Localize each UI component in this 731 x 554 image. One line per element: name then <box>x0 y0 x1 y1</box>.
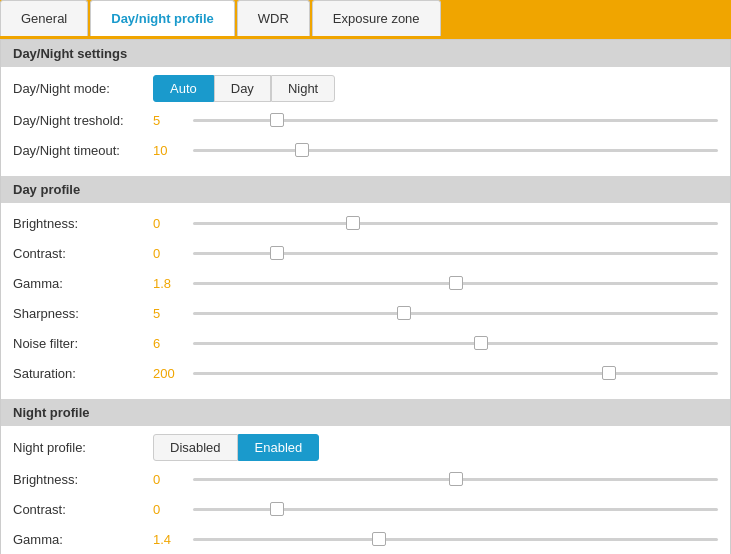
night-brightness-value: 0 <box>153 472 193 487</box>
daynight-settings-grid: Day/Night mode: Auto Day Night Day/Night… <box>1 67 730 176</box>
night-profile-buttons: Disabled Enabled <box>153 434 319 461</box>
night-contrast-label: Contrast: <box>13 502 153 517</box>
night-brightness-slider[interactable] <box>193 478 718 481</box>
night-disabled-button[interactable]: Disabled <box>153 434 238 461</box>
day-contrast-row: Contrast: 0 <box>13 241 718 265</box>
night-contrast-slider-container <box>193 499 718 519</box>
day-brightness-slider[interactable] <box>193 222 718 225</box>
day-saturation-slider-container <box>193 363 718 383</box>
night-profile-header: Night profile <box>1 399 730 426</box>
day-sharpness-label: Sharpness: <box>13 306 153 321</box>
mode-label: Day/Night mode: <box>13 81 153 96</box>
day-contrast-label: Contrast: <box>13 246 153 261</box>
threshold-row: Day/Night treshold: 5 <box>13 108 718 132</box>
night-gamma-label: Gamma: <box>13 532 153 547</box>
day-noise-row: Noise filter: 6 <box>13 331 718 355</box>
night-brightness-label: Brightness: <box>13 472 153 487</box>
day-brightness-label: Brightness: <box>13 216 153 231</box>
mode-buttons: Auto Day Night <box>153 75 335 102</box>
night-gamma-slider[interactable] <box>193 538 718 541</box>
threshold-label: Day/Night treshold: <box>13 113 153 128</box>
night-brightness-slider-container <box>193 469 718 489</box>
day-saturation-row: Saturation: 200 <box>13 361 718 385</box>
day-sharpness-slider[interactable] <box>193 312 718 315</box>
daynight-settings-header: Day/Night settings <box>1 40 730 67</box>
night-gamma-value: 1.4 <box>153 532 193 547</box>
day-brightness-slider-container <box>193 213 718 233</box>
threshold-slider-container <box>193 110 718 130</box>
night-contrast-slider[interactable] <box>193 508 718 511</box>
night-contrast-row: Contrast: 0 <box>13 497 718 521</box>
day-profile-grid: Brightness: 0 Contrast: 0 Gamma: 1.8 Sha… <box>1 203 730 399</box>
timeout-value: 10 <box>153 143 193 158</box>
timeout-slider[interactable] <box>193 149 718 152</box>
night-gamma-slider-container <box>193 529 718 549</box>
day-contrast-value: 0 <box>153 246 193 261</box>
tab-general[interactable]: General <box>0 0 88 36</box>
day-saturation-value: 200 <box>153 366 193 381</box>
day-brightness-value: 0 <box>153 216 193 231</box>
day-gamma-slider-container <box>193 273 718 293</box>
mode-night-button[interactable]: Night <box>271 75 335 102</box>
day-saturation-slider[interactable] <box>193 372 718 375</box>
night-profile-grid: Night profile: Disabled Enabled Brightne… <box>1 426 730 554</box>
night-profile-toggle-row: Night profile: Disabled Enabled <box>13 434 718 461</box>
day-contrast-slider[interactable] <box>193 252 718 255</box>
tab-daynight[interactable]: Day/night profile <box>90 0 235 36</box>
day-noise-label: Noise filter: <box>13 336 153 351</box>
day-gamma-slider[interactable] <box>193 282 718 285</box>
night-gamma-row: Gamma: 1.4 <box>13 527 718 551</box>
mode-row: Day/Night mode: Auto Day Night <box>13 75 718 102</box>
day-contrast-slider-container <box>193 243 718 263</box>
timeout-slider-container <box>193 140 718 160</box>
timeout-label: Day/Night timeout: <box>13 143 153 158</box>
day-brightness-row: Brightness: 0 <box>13 211 718 235</box>
day-noise-value: 6 <box>153 336 193 351</box>
threshold-value: 5 <box>153 113 193 128</box>
day-profile-header: Day profile <box>1 176 730 203</box>
tab-wdr[interactable]: WDR <box>237 0 310 36</box>
day-sharpness-row: Sharpness: 5 <box>13 301 718 325</box>
threshold-slider[interactable] <box>193 119 718 122</box>
mode-day-button[interactable]: Day <box>214 75 271 102</box>
tab-bar: General Day/night profile WDR Exposure z… <box>0 0 731 39</box>
night-contrast-value: 0 <box>153 502 193 517</box>
day-sharpness-slider-container <box>193 303 718 323</box>
night-enabled-button[interactable]: Enabled <box>238 434 320 461</box>
day-noise-slider-container <box>193 333 718 353</box>
mode-auto-button[interactable]: Auto <box>153 75 214 102</box>
day-gamma-value: 1.8 <box>153 276 193 291</box>
day-saturation-label: Saturation: <box>13 366 153 381</box>
night-profile-label: Night profile: <box>13 440 153 455</box>
night-brightness-row: Brightness: 0 <box>13 467 718 491</box>
day-gamma-label: Gamma: <box>13 276 153 291</box>
day-gamma-row: Gamma: 1.8 <box>13 271 718 295</box>
day-noise-slider[interactable] <box>193 342 718 345</box>
tab-exposure[interactable]: Exposure zone <box>312 0 441 36</box>
day-sharpness-value: 5 <box>153 306 193 321</box>
main-content: Day/Night settings Day/Night mode: Auto … <box>0 39 731 554</box>
timeout-row: Day/Night timeout: 10 <box>13 138 718 162</box>
